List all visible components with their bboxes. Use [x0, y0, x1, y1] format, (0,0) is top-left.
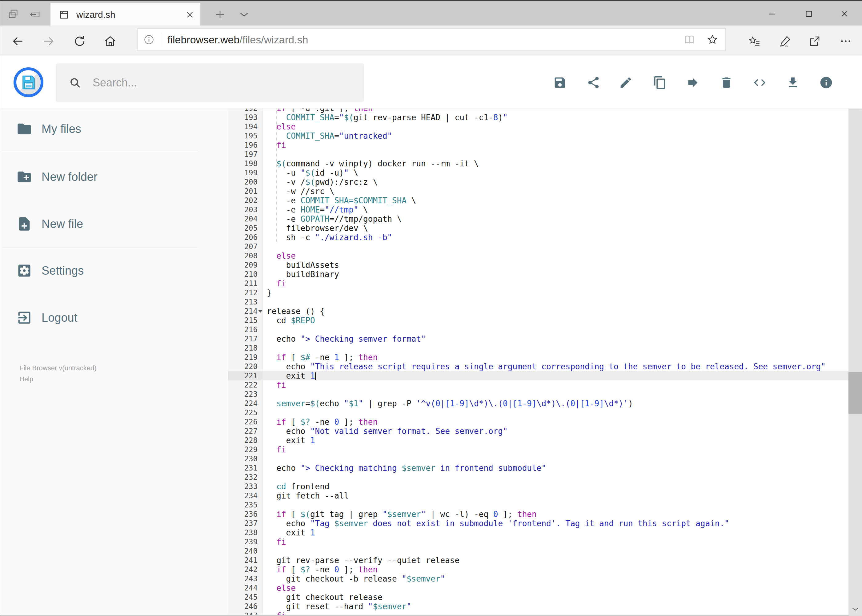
code-line[interactable]: 212}	[228, 288, 849, 297]
code-line[interactable]: 229 fi	[228, 445, 849, 454]
code-line[interactable]: 209 buildAssets	[228, 261, 849, 270]
tab-wizard-sh[interactable]: wizard.sh	[50, 3, 200, 27]
code-line[interactable]: 223	[228, 390, 849, 399]
scrollbar-thumb[interactable]	[848, 372, 862, 414]
code-line[interactable]: 214release () {	[228, 306, 849, 316]
forward-button[interactable]	[40, 33, 57, 50]
code-line[interactable]: 241 git rev-parse --verify --quiet relea…	[228, 556, 849, 565]
help-link[interactable]: Help	[19, 374, 97, 385]
code-line[interactable]: 243 git checkout -b release "$semver"	[228, 574, 849, 583]
raw-code-button[interactable]	[749, 72, 770, 93]
code-line[interactable]: 196 fi	[228, 141, 849, 150]
tab-close-icon[interactable]	[184, 9, 195, 20]
code-line[interactable]: 238 exit 1	[228, 528, 849, 537]
share-button[interactable]	[583, 72, 604, 93]
code-line[interactable]: 213	[228, 297, 849, 306]
search-bar[interactable]	[56, 63, 364, 102]
code-line[interactable]: 201 -w //src \	[228, 187, 849, 196]
share-page-button[interactable]	[806, 32, 824, 50]
code-line[interactable]: 207	[228, 242, 849, 251]
url-text[interactable]: filebrowser.web/files/wizard.sh	[167, 34, 683, 46]
address-bar[interactable]: filebrowser.web/files/wizard.sh	[137, 28, 726, 51]
site-info-icon[interactable]	[143, 34, 155, 46]
code-line[interactable]: 199 -u "$(id -u)" \	[228, 168, 849, 178]
code-line[interactable]: 226 if [ $? -ne 0 ]; then	[228, 417, 849, 427]
home-button[interactable]	[102, 33, 118, 50]
code-line[interactable]: 205 filebrowser/dev \	[228, 223, 849, 233]
filebrowser-logo[interactable]	[14, 68, 43, 97]
code-line[interactable]: 202 -e COMMIT_SHA=$COMMIT_SHA \	[228, 196, 849, 205]
code-line[interactable]: 215 cd $REPO	[228, 316, 849, 325]
code-line[interactable]: 219 if [ $# -ne 1 ]; then	[228, 353, 849, 362]
code-line[interactable]: 211 fi	[228, 279, 849, 288]
code-line[interactable]: 235	[228, 500, 849, 509]
window-minimize-button[interactable]	[763, 4, 782, 24]
code-line[interactable]: 236 if [ $(git tag | grep "$semver" | wc…	[228, 509, 849, 519]
tabs-aside-icon[interactable]	[3, 6, 23, 24]
refresh-button[interactable]	[71, 33, 88, 50]
sidebar-item-my-files[interactable]: My files	[0, 112, 228, 146]
code-line[interactable]: 242 if [ $? -ne 0 ]; then	[228, 565, 849, 574]
delete-button[interactable]	[716, 72, 736, 93]
code-line[interactable]: 228 exit 1	[228, 436, 849, 445]
fold-arrow-icon[interactable]	[258, 310, 263, 313]
sidebar-item-new-folder[interactable]: New folder	[0, 160, 228, 194]
code-line[interactable]: 217 echo "> Checking semver format"	[228, 334, 849, 344]
tab-dropdown-icon[interactable]	[234, 6, 254, 24]
code-line[interactable]: 222 fi	[228, 380, 849, 390]
code-line[interactable]: 239 fi	[228, 537, 849, 547]
annotate-pen-button[interactable]	[776, 32, 794, 50]
code-line[interactable]: 246 git reset --hard "$semver"	[228, 602, 849, 611]
window-maximize-button[interactable]	[799, 4, 818, 24]
code-line[interactable]: 245 git checkout release	[228, 592, 849, 602]
sidebar-item-logout[interactable]: Logout	[0, 301, 228, 335]
code-line[interactable]: 216	[228, 325, 849, 334]
download-button[interactable]	[783, 72, 803, 93]
new-tab-button[interactable]	[210, 6, 230, 24]
code-line[interactable]: 224 semver=$(echo "$1" | grep -P '^v(0|[…	[228, 399, 849, 408]
rename-button[interactable]	[616, 72, 636, 93]
code-line[interactable]: 194 else	[228, 122, 849, 131]
code-line[interactable]: 198 $(command -v winpty) docker run --rm…	[228, 159, 849, 168]
hub-favorites-button[interactable]	[746, 32, 764, 50]
code-line[interactable]: 208 else	[228, 251, 849, 261]
search-input[interactable]	[92, 76, 364, 90]
code-line[interactable]: 195 COMMIT_SHA="untracked"	[228, 131, 849, 141]
move-button[interactable]	[682, 72, 703, 93]
info-button[interactable]	[816, 72, 836, 93]
sidebar-item-new-file[interactable]: New file	[0, 207, 228, 241]
code-line[interactable]: 234 git fetch --all	[228, 491, 849, 500]
code-line[interactable]: 233 cd frontend	[228, 482, 849, 491]
code-line[interactable]: 206 sh -c "./wizard.sh -b"	[228, 233, 849, 242]
copy-button[interactable]	[650, 72, 670, 93]
vertical-scrollbar[interactable]	[848, 56, 862, 616]
code-editor[interactable]: 192 if [ -d .git ]; then193 COMMIT_SHA="…	[228, 108, 849, 616]
code-line[interactable]: 225	[228, 408, 849, 417]
code-line[interactable]: 244 else	[228, 583, 849, 592]
code-line[interactable]: 203 -e HOME="//tmp" \	[228, 205, 849, 214]
code-line[interactable]: 231 echo "> Checking matching $semver in…	[228, 464, 849, 473]
code-line[interactable]: 232	[228, 473, 849, 482]
favorite-star-icon[interactable]	[706, 33, 719, 46]
code-line[interactable]: 237 echo "Tag $semver does not exist in …	[228, 519, 849, 528]
code-line[interactable]: 227 echo "Not valid semver format. See s…	[228, 427, 849, 436]
more-options-button[interactable]	[837, 32, 855, 50]
code-line[interactable]: 230	[228, 454, 849, 464]
scroll-down-icon[interactable]	[848, 603, 862, 616]
sidebar-item-settings[interactable]: Settings	[0, 254, 228, 288]
code-line[interactable]: 193 COMMIT_SHA="$(git rev-parse HEAD | c…	[228, 113, 849, 122]
code-line[interactable]: 220 echo "This release script requires a…	[228, 362, 849, 371]
back-button[interactable]	[9, 33, 26, 50]
code-line[interactable]: 200 -v /$(pwd):/src:z \	[228, 178, 849, 187]
code-line[interactable]: 240	[228, 547, 849, 556]
restore-tabs-icon[interactable]	[25, 6, 45, 24]
window-close-button[interactable]	[835, 4, 854, 24]
save-button[interactable]	[550, 72, 570, 93]
code-text: cd $REPO	[263, 316, 849, 325]
code-line[interactable]: 204 -e GOPATH=//tmp/gopath \	[228, 214, 849, 223]
code-line[interactable]: 210 buildBinary	[228, 270, 849, 279]
code-line[interactable]: 192 if [ -d .git ]; then	[228, 108, 849, 113]
code-line[interactable]: 218	[228, 344, 849, 353]
code-line[interactable]: 221 exit 1	[228, 371, 849, 380]
code-line[interactable]: 197	[228, 150, 849, 159]
